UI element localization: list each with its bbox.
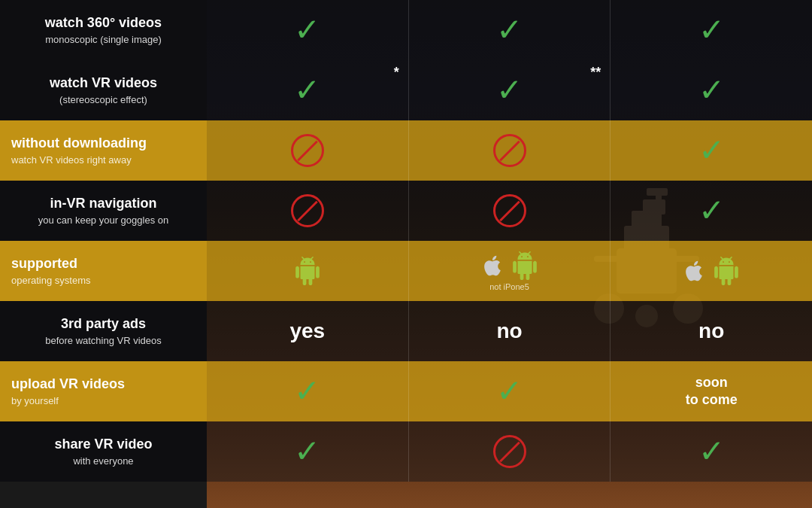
row-watch360: watch 360° videos monoscopic (single ima… xyxy=(0,0,812,60)
cell-supportedOS-col3 xyxy=(611,241,812,301)
text-no-col2: no xyxy=(496,319,522,343)
cell-supportedOS-col2: not iPone5 xyxy=(409,241,611,301)
cell-shareVR-col1: ✓ xyxy=(207,421,409,482)
label-watchVR: watch VR videos (stereoscopic effect) xyxy=(0,60,207,120)
label-sub-shareVR: with everyone xyxy=(73,455,133,467)
label-main-watchVR: watch VR videos xyxy=(50,75,157,92)
label-main-noDownload: without downloading xyxy=(11,135,195,152)
label-sub-watchVR: (stereoscopic effect) xyxy=(59,94,147,105)
row-noDownload: without downloading watch VR videos righ… xyxy=(0,120,812,181)
label-main-watch360: watch 360° videos xyxy=(45,15,162,32)
label-main-supportedOS: supported xyxy=(11,256,195,272)
checkmark-shareVR-col3: ✓ xyxy=(698,436,725,467)
label-supportedOS: supported operating systems xyxy=(0,241,207,301)
checkmark-watch360-col3: ✓ xyxy=(698,14,725,46)
row-supportedOS: supported operating systems not iPone5 xyxy=(0,241,812,301)
cell-watchVR-col2: ** ✓ xyxy=(409,60,611,120)
cell-noDownload-col1 xyxy=(207,120,409,181)
cell-watchVR-col3: ✓ xyxy=(611,60,812,120)
cell-inVRnav-col3: ✓ xyxy=(611,181,812,241)
label-sub-thirdPartyAds: before watching VR videos xyxy=(45,335,162,346)
checkmark-watch360-col2: ✓ xyxy=(496,14,523,46)
cell-inVRnav-col1 xyxy=(207,181,409,241)
label-noDownload: without downloading watch VR videos righ… xyxy=(0,120,207,181)
cell-shareVR-col2 xyxy=(409,421,611,482)
row-watchVR: watch VR videos (stereoscopic effect) * … xyxy=(0,60,812,120)
label-main-thirdPartyAds: 3rd party ads xyxy=(61,316,146,333)
no-symbol-inVRnav-col1 xyxy=(291,194,324,227)
cell-thirdPartyAds-col1: yes xyxy=(207,301,409,361)
row-inVRnav: in-VR navigation you can keep your goggl… xyxy=(0,181,812,241)
text-yes: yes xyxy=(289,319,325,343)
cell-watchVR-col1: * ✓ xyxy=(207,60,409,120)
label-main-uploadVR: upload VR videos xyxy=(11,376,195,393)
no-symbol-noDownload-col2 xyxy=(493,134,526,167)
android-icon-col2 xyxy=(511,251,539,280)
label-watch360: watch 360° videos monoscopic (single ima… xyxy=(0,0,207,60)
checkmark-inVRnav-col3: ✓ xyxy=(698,195,725,227)
cell-watch360-col2: ✓ xyxy=(409,0,611,60)
label-inVRnav: in-VR navigation you can keep your goggl… xyxy=(0,181,207,241)
checkmark-uploadVR-col2: ✓ xyxy=(496,376,523,407)
cell-uploadVR-col2: ✓ xyxy=(409,361,611,421)
icons-col3 xyxy=(682,257,741,285)
not-iphone5-label: not iPone5 xyxy=(489,282,529,291)
cell-supportedOS-col1 xyxy=(207,241,409,301)
cell-thirdPartyAds-col3: no xyxy=(611,301,812,361)
icons-col2 xyxy=(480,251,539,280)
row-uploadVR: upload VR videos by yourself ✓ ✓ soonto … xyxy=(0,361,812,421)
checkmark-watchVR-col2: ✓ xyxy=(496,75,523,106)
label-sub-noDownload: watch VR videos right away xyxy=(11,154,195,166)
android-icon-col3 xyxy=(712,257,741,285)
android-icon-col1 xyxy=(293,257,322,285)
label-sub-watch360: monoscopic (single image) xyxy=(45,34,162,45)
cell-shareVR-col3: ✓ xyxy=(611,421,812,482)
row-thirdPartyAds: 3rd party ads before watching VR videos … xyxy=(0,301,812,361)
label-shareVR: share VR video with everyone xyxy=(0,421,207,482)
checkmark-watch360-col1: ✓ xyxy=(294,14,320,46)
cell-watch360-col3: ✓ xyxy=(611,0,812,60)
label-sub-uploadVR: by yourself xyxy=(11,395,195,406)
cell-noDownload-col2 xyxy=(409,120,611,181)
checkmark-watchVR-col3: ✓ xyxy=(698,75,725,106)
no-symbol-noDownload-col1 xyxy=(291,134,324,167)
label-thirdPartyAds: 3rd party ads before watching VR videos xyxy=(0,301,207,361)
asterisk-col1: * xyxy=(394,65,399,81)
label-main-shareVR: share VR video xyxy=(54,437,152,453)
row-shareVR: share VR video with everyone ✓ ✓ xyxy=(0,421,812,482)
cell-noDownload-col3: ✓ xyxy=(611,120,812,181)
cell-inVRnav-col2 xyxy=(409,181,611,241)
comparison-table: watch 360° videos monoscopic (single ima… xyxy=(0,0,812,482)
no-symbol-inVRnav-col2 xyxy=(493,194,526,227)
cell-thirdPartyAds-col2: no xyxy=(409,301,611,361)
label-sub-inVRnav: you can keep your goggles on xyxy=(38,214,168,226)
apple-icon-col3 xyxy=(682,259,706,283)
soon-to-come-text: soonto come xyxy=(686,374,738,409)
label-main-inVRnav: in-VR navigation xyxy=(50,196,156,212)
asterisk-col2: ** xyxy=(590,65,601,81)
apple-icon-col2 xyxy=(480,254,504,278)
checkmark-watchVR-col1: ✓ xyxy=(294,75,320,106)
checkmark-shareVR-col1: ✓ xyxy=(294,436,320,467)
cell-uploadVR-col1: ✓ xyxy=(207,361,409,421)
text-no-col3: no xyxy=(698,319,724,343)
label-sub-supportedOS: operating systems xyxy=(11,275,195,286)
no-symbol-shareVR-col2 xyxy=(493,435,526,468)
label-uploadVR: upload VR videos by yourself xyxy=(0,361,207,421)
cell-uploadVR-col3: soonto come xyxy=(611,361,812,421)
checkmark-noDownload-col3: ✓ xyxy=(698,135,725,166)
checkmark-uploadVR-col1: ✓ xyxy=(294,376,320,407)
cell-watch360-col1: ✓ xyxy=(207,0,409,60)
